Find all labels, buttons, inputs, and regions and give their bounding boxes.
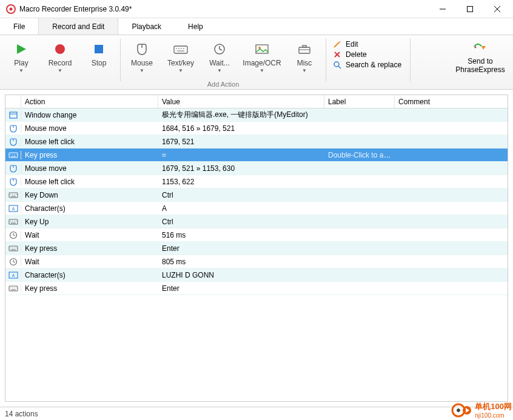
svg-rect-44 (9, 193, 18, 198)
stop-icon (92, 41, 106, 57)
add-textkey-button[interactable]: Text/key ▼ (164, 39, 197, 73)
column-action[interactable]: Action (21, 95, 158, 108)
table-row[interactable]: Mouse left click1153, 622 (5, 175, 508, 188)
ribbon-group-edit: Edit Delete Search & replace (331, 39, 405, 69)
svg-text:A: A (12, 207, 15, 211)
column-comment[interactable]: Comment (395, 95, 508, 108)
column-icon[interactable] (5, 95, 21, 108)
svg-line-29 (338, 66, 341, 68)
svg-rect-72 (9, 286, 18, 291)
row-icon (5, 244, 21, 253)
row-icon (5, 284, 21, 293)
content-area: Action Value Label Comment Window change… (0, 90, 513, 407)
svg-rect-19 (256, 45, 268, 53)
table-row[interactable]: Window change极光专用编辑器.exe, 一键排版助手(MyEdito… (5, 108, 508, 122)
row-icon (5, 164, 21, 173)
cell-action: Wait (21, 258, 158, 266)
add-wait-button[interactable]: Wait... ▼ (203, 39, 236, 73)
menu-bar: File Record and Edit Playback Help (0, 18, 513, 35)
ribbon-group-add-action: Mouse ▼ Text/key ▼ Wait... ▼ Image/OCR ▼… (126, 39, 321, 89)
column-value[interactable]: Value (158, 95, 324, 108)
menu-help[interactable]: Help (175, 18, 216, 35)
cell-action: Key Up (21, 218, 158, 226)
svg-marker-6 (17, 44, 26, 54)
table-row[interactable]: Key pressEnter (5, 282, 508, 295)
minimize-button[interactable] (429, 0, 456, 18)
cell-label: Double-Click to add (324, 151, 395, 159)
svg-rect-10 (174, 46, 187, 53)
search-icon (332, 61, 342, 69)
ribbon: Play ▼ Record ▼ Stop Mouse ▼ Te (0, 35, 513, 90)
cell-action: Mouse left click (21, 178, 158, 186)
cell-value: 极光专用编辑器.exe, 一键排版助手(MyEditor) (158, 110, 324, 120)
svg-rect-36 (9, 153, 18, 158)
mouse-icon (135, 41, 149, 57)
cell-value: A (158, 204, 324, 213)
row-icon (5, 191, 21, 199)
cell-value: 1679, 521 » 1153, 630 (158, 164, 324, 173)
cell-value: 805 ms (158, 258, 324, 266)
status-text: 14 actions (5, 410, 38, 418)
table-row[interactable]: Wait516 ms (5, 228, 508, 242)
stop-button[interactable]: Stop (82, 39, 115, 73)
ribbon-group-label: Add Action (207, 81, 240, 88)
cell-action: Key press (21, 151, 158, 159)
cell-value: LUZHI D GONN (158, 271, 324, 279)
table-row[interactable]: Wait805 ms (5, 255, 508, 268)
maximize-button[interactable] (456, 0, 483, 18)
dropdown-icon: ▼ (302, 68, 307, 73)
edit-button[interactable]: Edit (332, 40, 401, 48)
cell-action: Key press (21, 284, 158, 293)
table-row[interactable]: Key press=Double-Click to add (5, 148, 508, 162)
dropdown-icon: ▼ (139, 68, 144, 73)
svg-text:A: A (12, 273, 15, 278)
table-row[interactable]: Mouse move1679, 521 » 1153, 630 (5, 162, 508, 175)
record-icon (53, 41, 67, 57)
add-misc-button[interactable]: Misc ▼ (288, 39, 321, 73)
cell-action: Mouse move (21, 124, 158, 133)
table-row[interactable]: ACharacter(s)LUZHI D GONN (5, 268, 508, 282)
delete-icon (332, 50, 342, 59)
send-icon (472, 40, 488, 55)
cell-value: = (158, 151, 324, 159)
macro-table: Action Value Label Comment Window change… (5, 95, 508, 402)
add-mouse-button[interactable]: Mouse ▼ (126, 39, 158, 73)
close-button[interactable] (483, 0, 511, 18)
svg-line-18 (220, 49, 222, 50)
svg-rect-32 (10, 112, 17, 118)
svg-rect-3 (467, 6, 472, 12)
row-icon (5, 111, 21, 119)
menu-file[interactable]: File (0, 18, 38, 35)
ribbon-separator (326, 39, 326, 81)
status-bar: 14 actions (0, 407, 513, 420)
table-body[interactable]: Window change极光专用编辑器.exe, 一键排版助手(MyEdito… (5, 108, 508, 401)
add-imageocr-button[interactable]: Image/OCR ▼ (242, 39, 282, 73)
cell-value: Enter (158, 284, 324, 293)
table-row[interactable]: Mouse move1684, 516 » 1679, 521 (5, 122, 508, 135)
record-button[interactable]: Record ▼ (44, 39, 76, 73)
table-row[interactable]: ACharacter(s)A (5, 202, 508, 215)
column-label[interactable]: Label (324, 95, 395, 108)
delete-button[interactable]: Delete (332, 50, 401, 59)
row-icon: A (5, 271, 21, 279)
row-icon: A (5, 204, 21, 213)
table-row[interactable]: Key pressEnter (5, 242, 508, 255)
menu-playback[interactable]: Playback (118, 18, 175, 35)
play-button[interactable]: Play ▼ (5, 39, 38, 73)
svg-rect-21 (299, 47, 310, 53)
table-row[interactable]: Key DownCtrl (5, 188, 508, 202)
menu-record-edit[interactable]: Record and Edit (38, 18, 118, 35)
cell-value: 516 ms (158, 231, 324, 239)
row-icon (5, 258, 21, 266)
table-row[interactable]: Key UpCtrl (5, 215, 508, 228)
cell-action: Wait (21, 231, 158, 239)
cell-value: 1684, 516 » 1679, 521 (158, 124, 324, 133)
send-to-phraseexpress-button[interactable]: Send toPhraseExpress (452, 39, 508, 75)
search-replace-button[interactable]: Search & replace (332, 61, 401, 69)
cell-action: Mouse left click (21, 138, 158, 146)
cell-value: Ctrl (158, 218, 324, 226)
ribbon-separator (410, 39, 411, 81)
cell-action: Mouse move (21, 164, 158, 173)
svg-rect-52 (9, 219, 18, 224)
table-row[interactable]: Mouse left click1679, 521 (5, 135, 508, 148)
